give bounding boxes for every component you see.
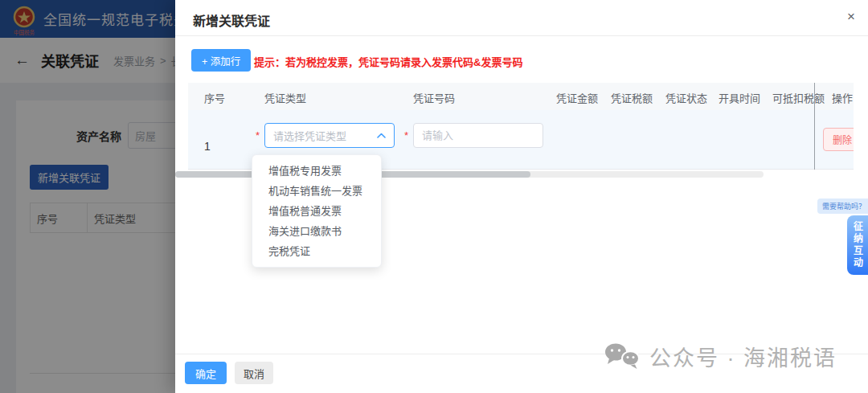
add-related-voucher-modal: 新增关联凭证 × + 添加行 提示：若为税控发票，凭证号码请录入发票代码&发票号…	[175, 0, 868, 393]
required-marker: *	[404, 129, 408, 141]
tax-interaction-side-tab-label: 征纳互动	[851, 221, 865, 269]
watermark: 公众号 · 海湘税语	[604, 341, 837, 372]
watermark-text: 公众号 · 海湘税语	[649, 341, 837, 372]
fixed-column-divider	[814, 83, 815, 170]
col-actions: 操作	[832, 90, 853, 105]
help-tooltip: 需要帮助吗？	[817, 199, 868, 214]
row-index: 1	[204, 140, 211, 153]
col-voucher-tax: 凭证税额	[611, 90, 653, 105]
tax-interaction-side-tab[interactable]: 征纳互动	[847, 215, 868, 275]
required-marker: *	[256, 129, 260, 141]
wechat-icon	[604, 342, 641, 371]
voucher-type-select[interactable]: 请选择凭证类型	[264, 123, 395, 148]
dropdown-option-vat-special-invoice[interactable]: 增值税专用发票	[252, 161, 381, 181]
col-voucher-amount: 凭证金额	[556, 90, 598, 105]
col-index: 序号	[204, 90, 225, 105]
modal-header-divider	[175, 35, 868, 36]
screen: 中国税务 全国统一规范电子税务局 ← 关联凭证 发票业务 > 长 资产名称 新增…	[0, 0, 868, 393]
dropdown-option-motor-vehicle-invoice[interactable]: 机动车销售统一发票	[252, 181, 381, 201]
col-deductible-tax: 可抵扣税额	[772, 90, 827, 105]
cancel-button[interactable]: 取消	[235, 362, 273, 384]
voucher-type-select-placeholder: 请选择凭证类型	[273, 128, 377, 143]
dropdown-option-customs-payment-receipt[interactable]: 海关进口缴款书	[252, 221, 381, 241]
delete-row-button[interactable]: 删除	[823, 128, 854, 151]
dropdown-option-tax-payment-certificate[interactable]: 完税凭证	[252, 241, 381, 261]
col-voucher-number: 凭证号码	[413, 90, 455, 105]
modal-title: 新增关联凭证	[193, 10, 270, 30]
modal-table-header: 序号 凭证类型 凭证号码 凭证金额 凭证税额 凭证状态 开具时间 可抵扣税额 操…	[188, 83, 854, 110]
dropdown-option-vat-ordinary-invoice[interactable]: 增值税普通发票	[252, 201, 381, 221]
close-icon[interactable]: ×	[847, 10, 855, 23]
col-issue-time: 开具时间	[719, 90, 760, 105]
add-row-button[interactable]: + 添加行	[191, 49, 251, 72]
col-voucher-type: 凭证类型	[264, 90, 306, 105]
voucher-type-dropdown: 增值税专用发票 机动车销售统一发票 增值税普通发票 海关进口缴款书 完税凭证	[252, 154, 382, 268]
voucher-number-input[interactable]	[413, 123, 543, 148]
chevron-up-icon	[377, 133, 386, 138]
hint-text: 提示：若为税控发票，凭证号码请录入发票代码&发票号码	[254, 54, 522, 69]
confirm-button[interactable]: 确定	[185, 362, 227, 384]
col-voucher-status: 凭证状态	[665, 90, 707, 105]
